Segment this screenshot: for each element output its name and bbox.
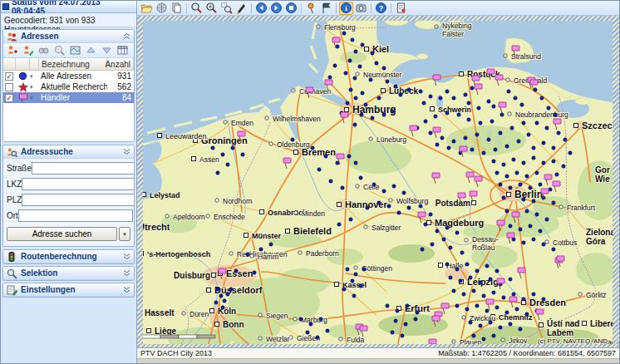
address-dot[interactable] (545, 126, 549, 130)
address-dot[interactable] (517, 140, 520, 143)
show-on-map-icon[interactable] (68, 44, 82, 57)
collapse-up-icon[interactable] (123, 32, 131, 41)
address-dot[interactable] (505, 311, 509, 314)
address-dot[interactable] (354, 161, 357, 165)
address-dot[interactable] (464, 136, 467, 140)
address-dot[interactable] (416, 311, 419, 314)
address-dot[interactable] (514, 96, 517, 100)
address-dot[interactable] (382, 189, 386, 193)
zoom-in-icon[interactable] (204, 2, 219, 15)
address-dot[interactable] (422, 101, 426, 105)
address-dot[interactable] (507, 90, 510, 93)
address-dot[interactable] (542, 243, 545, 246)
address-dot[interactable] (219, 294, 223, 298)
zoom-to-selection-icon[interactable] (52, 44, 66, 57)
address-dot[interactable] (391, 331, 394, 334)
address-dot[interactable] (414, 317, 417, 321)
address-dot[interactable] (337, 223, 341, 226)
address-dot[interactable] (354, 50, 357, 53)
address-dot[interactable] (361, 43, 364, 47)
address-dot[interactable] (309, 322, 312, 326)
address-dot[interactable] (562, 165, 565, 168)
address-dot[interactable] (445, 226, 449, 229)
address-dot[interactable] (539, 229, 542, 233)
address-dot[interactable] (360, 113, 363, 116)
overview-icon[interactable] (284, 2, 298, 15)
address-dot[interactable] (465, 307, 469, 311)
map-image[interactable]: KielHamburgLübeckBremenGroningenLeeuward… (137, 16, 619, 347)
address-dot[interactable] (435, 229, 439, 233)
address-dot[interactable] (452, 289, 455, 293)
address-dot[interactable] (482, 294, 485, 298)
address-dot[interactable] (336, 45, 339, 48)
address-dot[interactable] (489, 321, 492, 324)
address-dot[interactable] (352, 294, 356, 298)
address-dot[interactable] (495, 171, 499, 175)
address-dot[interactable] (396, 309, 399, 312)
address-dot[interactable] (475, 269, 479, 273)
address-dot[interactable] (455, 268, 459, 271)
address-dot[interactable] (489, 278, 492, 281)
address-dot[interactable] (342, 32, 346, 35)
address-dot[interactable] (460, 251, 464, 254)
address-dot[interactable] (552, 160, 555, 163)
address-dot[interactable] (429, 213, 432, 216)
address-dot[interactable] (429, 95, 432, 98)
address-dot[interactable] (346, 101, 349, 105)
address-dot[interactable] (348, 59, 352, 62)
address-dot[interactable] (519, 327, 522, 331)
address-dot[interactable] (525, 312, 529, 316)
address-dot[interactable] (515, 171, 519, 175)
address-dot[interactable] (342, 288, 346, 291)
address-dot[interactable] (452, 96, 455, 100)
address-dot[interactable] (552, 201, 555, 204)
address-dot[interactable] (346, 268, 349, 271)
address-dot[interactable] (455, 304, 459, 307)
address-dot[interactable] (555, 173, 558, 176)
address-dot[interactable] (226, 293, 229, 296)
address-dot[interactable] (494, 148, 497, 151)
move-down-icon[interactable] (100, 44, 114, 57)
address-dot[interactable] (445, 263, 449, 266)
address-dot[interactable] (477, 106, 480, 110)
address-dot[interactable] (359, 284, 362, 288)
address-dot[interactable] (519, 228, 522, 231)
address-dot[interactable] (502, 296, 505, 299)
address-dot[interactable] (522, 121, 525, 125)
panel-adresssuche-header[interactable]: Adresssuche (3, 145, 134, 159)
address-dot[interactable] (509, 278, 512, 281)
address-dot[interactable] (545, 218, 549, 221)
address-dot[interactable] (299, 317, 303, 321)
address-dot[interactable] (505, 145, 509, 148)
address-dot[interactable] (442, 238, 445, 241)
field-input-strae[interactable] (32, 162, 135, 175)
address-dot[interactable] (221, 306, 224, 309)
address-dot[interactable] (525, 175, 529, 178)
address-dot[interactable] (492, 105, 495, 108)
address-dot[interactable] (328, 76, 332, 79)
address-dot[interactable] (401, 334, 404, 337)
address-dot[interactable] (351, 38, 354, 42)
address-dot[interactable] (469, 321, 472, 324)
address-dot[interactable] (499, 131, 502, 135)
address-dot[interactable] (467, 118, 470, 121)
address-dot[interactable] (532, 238, 535, 241)
address-dot[interactable] (397, 211, 401, 214)
prev-view-icon[interactable] (254, 2, 268, 15)
address-dot[interactable] (467, 101, 470, 105)
address-dot[interactable] (404, 322, 407, 326)
address-dot[interactable] (386, 80, 389, 83)
report-icon[interactable] (394, 2, 408, 15)
address-dot[interactable] (552, 146, 555, 150)
address-dot[interactable] (382, 113, 386, 116)
address-dot[interactable] (229, 288, 233, 291)
address-dot[interactable] (472, 334, 475, 337)
address-dot[interactable] (234, 269, 238, 273)
address-dot[interactable] (392, 184, 396, 188)
address-dot[interactable] (353, 76, 357, 80)
address-dot[interactable] (455, 231, 459, 234)
address-dot[interactable] (362, 268, 366, 271)
address-dot[interactable] (269, 243, 273, 246)
address-dot[interactable] (419, 90, 422, 93)
address-dot[interactable] (359, 176, 362, 180)
